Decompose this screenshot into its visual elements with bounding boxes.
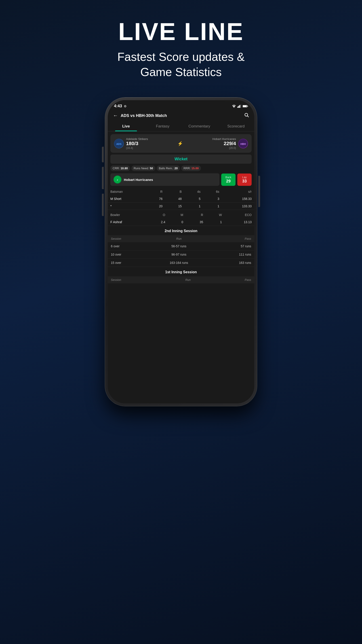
- power-button[interactable]: [258, 176, 260, 207]
- first-inning-session-table: Session Run Pass: [108, 276, 254, 283]
- status-time: 4:43: [114, 104, 122, 108]
- b-col-header: B: [165, 188, 184, 195]
- svg-rect-6: [247, 106, 248, 106]
- table-row: M Short 76 48 5 3 158.33: [108, 195, 254, 202]
- lay-label: Lay: [241, 176, 248, 179]
- table-row: * 20 15 1 1 133.33: [108, 202, 254, 210]
- eco-col-header: ECO: [225, 211, 254, 218]
- svg-marker-0: [233, 106, 235, 108]
- back-value: 29: [225, 179, 232, 184]
- w-col-header: W: [206, 211, 225, 218]
- team2-logo: HBH: [238, 139, 248, 148]
- team2-block: HBH Hobart Hurricanes 229/4 (20.0): [213, 137, 248, 150]
- tab-commentary[interactable]: Commentary: [181, 121, 218, 131]
- runs-need-badge: Runs Need: 50: [131, 166, 155, 171]
- search-button[interactable]: [244, 112, 249, 119]
- team2-info: Hobart Hurricanes 229/4 (20.0): [213, 137, 236, 150]
- page-subtitle: Fastest Score updates &Game Statistics: [117, 50, 245, 80]
- tabs-bar: Live Fantasy Commentary Scorecard: [108, 121, 254, 132]
- phone-inner: 4:43 ⚙: [108, 100, 254, 404]
- nav-title: ADS vs HBH-30th Match: [121, 113, 167, 118]
- o-col-header: O: [146, 211, 168, 218]
- batsman-col-header: Batsman: [108, 188, 146, 195]
- team-bet-name: Hobart Hurricanes: [124, 178, 153, 182]
- 6s-col-header: 6s: [203, 188, 222, 195]
- team2-name: Hobart Hurricanes: [213, 137, 236, 141]
- second-inning-session-table: Session Run Pass 6 over 56-57 runs 57 ru…: [108, 235, 254, 267]
- second-inning-title: 2nd Inning Session: [108, 226, 254, 235]
- page-title: LIVE LINE: [117, 18, 245, 45]
- status-bar: 4:43 ⚙: [108, 100, 254, 110]
- bowler-header-row: Bowler O M R W ECO: [108, 211, 254, 218]
- back-label: Back: [225, 176, 232, 179]
- session-header-row: Session Run Pass: [108, 276, 254, 283]
- back-button[interactable]: ←: [113, 113, 118, 118]
- svg-rect-3: [239, 105, 240, 108]
- lightning-icon: ⚡: [177, 141, 183, 146]
- signal-icon: [237, 105, 241, 108]
- team1-block: ADS Adelaide Strikers 180/3 (16.4): [114, 137, 148, 150]
- wifi-icon: [232, 105, 236, 108]
- battery-icon: [243, 105, 248, 108]
- lay-value: 33: [241, 179, 248, 184]
- nav-left: ← ADS vs HBH-30th Match: [113, 113, 167, 118]
- crr-badge: CRR: 10.80: [110, 166, 130, 171]
- first-inning-title: 1st Inning Session: [108, 267, 254, 276]
- sr-col-header: s/r: [222, 188, 254, 195]
- team2-score: 229/4: [213, 141, 236, 146]
- score-card: ADS Adelaide Strikers 180/3 (16.4) ⚡: [110, 134, 252, 153]
- m-col-header: M: [168, 211, 186, 218]
- betting-row: F Hobart Hurricanes Back 29 Lay 33: [110, 173, 252, 186]
- status-icons: [232, 105, 248, 108]
- svg-rect-2: [238, 106, 239, 108]
- team-bet-logo: F: [113, 176, 122, 184]
- team1-overs: (16.4): [126, 146, 148, 150]
- volume-down-button[interactable]: [102, 194, 104, 216]
- screen: 4:43 ⚙: [108, 100, 254, 404]
- back-button-bet[interactable]: Back 29: [221, 174, 236, 186]
- svg-rect-4: [240, 105, 241, 108]
- svg-text:F: F: [117, 179, 118, 181]
- volume-up-button[interactable]: [102, 167, 104, 189]
- list-item: 15 over 163-164 runs 163 runs: [108, 259, 254, 267]
- svg-line-9: [247, 116, 249, 117]
- table-row: F Ashraf 2.4 0 35 1 13.13: [108, 218, 254, 226]
- wicket-banner: Wicket: [110, 154, 252, 164]
- team-bet-block: F Hobart Hurricanes: [110, 173, 219, 186]
- svg-rect-1: [237, 106, 238, 108]
- svg-text:HBH: HBH: [240, 143, 246, 145]
- svg-rect-7: [243, 105, 247, 107]
- settings-icon: ⚙: [124, 104, 127, 108]
- tab-live[interactable]: Live: [108, 121, 144, 131]
- r-col-header: R: [186, 211, 206, 218]
- phone-outer: 4:43 ⚙: [105, 98, 257, 406]
- team1-logo: ADS: [114, 139, 124, 148]
- nav-bar: ← ADS vs HBH-30th Match: [108, 110, 254, 121]
- content-area: ADS Adelaide Strikers 180/3 (16.4) ⚡: [108, 132, 254, 404]
- 4s-col-header: 4s: [184, 188, 203, 195]
- rrr-badge: RRR: 15.00: [181, 166, 201, 171]
- r-col-header: R: [146, 188, 165, 195]
- balls-rem-badge: Balls Rem.: 20: [157, 166, 180, 171]
- team1-name: Adelaide Strikers: [126, 137, 148, 141]
- volume-mute-button[interactable]: [102, 147, 104, 162]
- bowler-col-header: Bowler: [108, 211, 146, 218]
- svg-text:ADS: ADS: [116, 143, 121, 145]
- phone-wrapper: 4:43 ⚙: [105, 98, 257, 406]
- list-item: 6 over 56-57 runs 57 runs: [108, 242, 254, 250]
- page-header: LIVE LINE Fastest Score updates &Game St…: [117, 18, 245, 80]
- batsman-header-row: Batsman R B 4s 6s s/r: [108, 188, 254, 195]
- tab-fantasy[interactable]: Fantasy: [144, 121, 181, 131]
- team2-overs: (20.0): [213, 146, 236, 150]
- stats-row: CRR: 10.80 Runs Need: 50 Balls Rem.: 20 …: [110, 166, 252, 171]
- tab-scorecard[interactable]: Scorecard: [218, 121, 254, 131]
- lay-button-bet[interactable]: Lay 33: [237, 174, 252, 186]
- session-header-row: Session Run Pass: [108, 235, 254, 242]
- team1-info: Adelaide Strikers 180/3 (16.4): [126, 137, 148, 150]
- team1-score: 180/3: [126, 141, 148, 146]
- bowler-table: Bowler O M R W ECO F Ashraf 2.4 0 35: [108, 211, 254, 226]
- batsman-table: Batsman R B 4s 6s s/r M Short 76 48 5: [108, 188, 254, 210]
- list-item: 10 over 96-97 runs 111 runs: [108, 250, 254, 259]
